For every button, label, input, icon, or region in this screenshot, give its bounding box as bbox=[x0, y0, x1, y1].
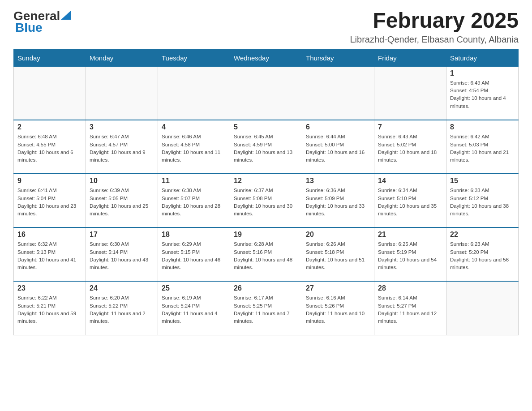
day-number: 20 bbox=[306, 231, 370, 239]
calendar-cell bbox=[302, 66, 374, 120]
day-number: 19 bbox=[234, 231, 298, 239]
calendar-title: February 2025 bbox=[350, 9, 519, 33]
day-info: Sunrise: 6:34 AMSunset: 5:10 PMDaylight:… bbox=[378, 187, 442, 218]
calendar-cell bbox=[14, 66, 86, 120]
logo-triangle-icon bbox=[61, 11, 71, 20]
day-info: Sunrise: 6:14 AMSunset: 5:27 PMDaylight:… bbox=[378, 294, 442, 325]
day-info: Sunrise: 6:28 AMSunset: 5:16 PMDaylight:… bbox=[234, 240, 298, 271]
calendar-cell: 12Sunrise: 6:37 AMSunset: 5:08 PMDayligh… bbox=[230, 174, 302, 227]
calendar-cell: 24Sunrise: 6:20 AMSunset: 5:22 PMDayligh… bbox=[86, 281, 158, 335]
day-number: 27 bbox=[306, 284, 370, 292]
day-number: 11 bbox=[162, 177, 226, 185]
day-info: Sunrise: 6:29 AMSunset: 5:15 PMDaylight:… bbox=[162, 240, 226, 271]
day-number: 23 bbox=[17, 284, 82, 292]
logo: General Blue bbox=[13, 9, 71, 35]
day-number: 8 bbox=[450, 123, 515, 131]
column-header-monday: Monday bbox=[86, 49, 158, 66]
day-number: 14 bbox=[378, 177, 442, 185]
svg-marker-0 bbox=[61, 11, 71, 20]
calendar-cell: 21Sunrise: 6:25 AMSunset: 5:19 PMDayligh… bbox=[374, 227, 446, 281]
day-info: Sunrise: 6:46 AMSunset: 4:58 PMDaylight:… bbox=[162, 133, 226, 164]
day-info: Sunrise: 6:49 AMSunset: 4:54 PMDaylight:… bbox=[450, 79, 515, 110]
calendar-cell bbox=[86, 66, 158, 120]
day-info: Sunrise: 6:22 AMSunset: 5:21 PMDaylight:… bbox=[17, 294, 82, 325]
calendar-week-row: 9Sunrise: 6:41 AMSunset: 5:04 PMDaylight… bbox=[14, 174, 519, 227]
day-info: Sunrise: 6:48 AMSunset: 4:55 PMDaylight:… bbox=[17, 133, 82, 164]
day-info: Sunrise: 6:41 AMSunset: 5:04 PMDaylight:… bbox=[17, 187, 82, 218]
calendar-cell: 18Sunrise: 6:29 AMSunset: 5:15 PMDayligh… bbox=[158, 227, 230, 281]
calendar-cell: 25Sunrise: 6:19 AMSunset: 5:24 PMDayligh… bbox=[158, 281, 230, 335]
calendar-cell: 11Sunrise: 6:38 AMSunset: 5:07 PMDayligh… bbox=[158, 174, 230, 227]
day-number: 2 bbox=[17, 123, 82, 131]
logo-blue-text: Blue bbox=[15, 21, 43, 35]
day-number: 26 bbox=[234, 284, 298, 292]
calendar-cell: 5Sunrise: 6:45 AMSunset: 4:59 PMDaylight… bbox=[230, 120, 302, 174]
day-info: Sunrise: 6:23 AMSunset: 5:20 PMDaylight:… bbox=[450, 240, 515, 271]
calendar-week-row: 16Sunrise: 6:32 AMSunset: 5:13 PMDayligh… bbox=[14, 227, 519, 281]
day-number: 1 bbox=[450, 69, 515, 77]
day-info: Sunrise: 6:26 AMSunset: 5:18 PMDaylight:… bbox=[306, 240, 370, 271]
calendar-cell: 1Sunrise: 6:49 AMSunset: 4:54 PMDaylight… bbox=[446, 66, 519, 120]
calendar-cell: 13Sunrise: 6:36 AMSunset: 5:09 PMDayligh… bbox=[302, 174, 374, 227]
column-header-wednesday: Wednesday bbox=[230, 49, 302, 66]
day-number: 18 bbox=[162, 231, 226, 239]
day-number: 22 bbox=[450, 231, 515, 239]
day-info: Sunrise: 6:32 AMSunset: 5:13 PMDaylight:… bbox=[17, 240, 82, 271]
day-number: 7 bbox=[378, 123, 442, 131]
day-number: 17 bbox=[90, 231, 154, 239]
column-header-friday: Friday bbox=[374, 49, 446, 66]
calendar-subtitle: Librazhd-Qender, Elbasan County, Albania bbox=[350, 34, 519, 45]
calendar-cell: 17Sunrise: 6:30 AMSunset: 5:14 PMDayligh… bbox=[86, 227, 158, 281]
day-info: Sunrise: 6:42 AMSunset: 5:03 PMDaylight:… bbox=[450, 133, 515, 164]
day-info: Sunrise: 6:33 AMSunset: 5:12 PMDaylight:… bbox=[450, 187, 515, 218]
column-header-saturday: Saturday bbox=[446, 49, 519, 66]
calendar-cell: 2Sunrise: 6:48 AMSunset: 4:55 PMDaylight… bbox=[14, 120, 86, 174]
day-info: Sunrise: 6:43 AMSunset: 5:02 PMDaylight:… bbox=[378, 133, 442, 164]
calendar-cell: 6Sunrise: 6:44 AMSunset: 5:00 PMDaylight… bbox=[302, 120, 374, 174]
calendar-cell: 23Sunrise: 6:22 AMSunset: 5:21 PMDayligh… bbox=[14, 281, 86, 335]
calendar-cell: 7Sunrise: 6:43 AMSunset: 5:02 PMDaylight… bbox=[374, 120, 446, 174]
day-number: 10 bbox=[90, 177, 154, 185]
day-number: 3 bbox=[90, 123, 154, 131]
calendar-cell: 26Sunrise: 6:17 AMSunset: 5:25 PMDayligh… bbox=[230, 281, 302, 335]
calendar-week-row: 2Sunrise: 6:48 AMSunset: 4:55 PMDaylight… bbox=[14, 120, 519, 174]
calendar-cell: 15Sunrise: 6:33 AMSunset: 5:12 PMDayligh… bbox=[446, 174, 519, 227]
calendar-cell: 14Sunrise: 6:34 AMSunset: 5:10 PMDayligh… bbox=[374, 174, 446, 227]
day-number: 6 bbox=[306, 123, 370, 131]
calendar-cell: 4Sunrise: 6:46 AMSunset: 4:58 PMDaylight… bbox=[158, 120, 230, 174]
day-number: 24 bbox=[90, 284, 154, 292]
calendar-header-row: SundayMondayTuesdayWednesdayThursdayFrid… bbox=[14, 49, 519, 66]
day-info: Sunrise: 6:37 AMSunset: 5:08 PMDaylight:… bbox=[234, 187, 298, 218]
day-number: 16 bbox=[17, 231, 82, 239]
calendar-cell: 8Sunrise: 6:42 AMSunset: 5:03 PMDaylight… bbox=[446, 120, 519, 174]
page-header: General Blue February 2025 Librazhd-Qend… bbox=[13, 9, 519, 45]
calendar-cell: 28Sunrise: 6:14 AMSunset: 5:27 PMDayligh… bbox=[374, 281, 446, 335]
calendar-cell: 9Sunrise: 6:41 AMSunset: 5:04 PMDaylight… bbox=[14, 174, 86, 227]
calendar-cell bbox=[158, 66, 230, 120]
calendar-cell bbox=[374, 66, 446, 120]
column-header-tuesday: Tuesday bbox=[158, 49, 230, 66]
calendar-week-row: 1Sunrise: 6:49 AMSunset: 4:54 PMDaylight… bbox=[14, 66, 519, 120]
day-info: Sunrise: 6:25 AMSunset: 5:19 PMDaylight:… bbox=[378, 240, 442, 271]
day-number: 4 bbox=[162, 123, 226, 131]
day-info: Sunrise: 6:17 AMSunset: 5:25 PMDaylight:… bbox=[234, 294, 298, 325]
calendar-cell: 3Sunrise: 6:47 AMSunset: 4:57 PMDaylight… bbox=[86, 120, 158, 174]
title-block: February 2025 Librazhd-Qender, Elbasan C… bbox=[350, 9, 519, 45]
day-info: Sunrise: 6:19 AMSunset: 5:24 PMDaylight:… bbox=[162, 294, 226, 325]
calendar-cell bbox=[230, 66, 302, 120]
day-info: Sunrise: 6:30 AMSunset: 5:14 PMDaylight:… bbox=[90, 240, 154, 271]
calendar-week-row: 23Sunrise: 6:22 AMSunset: 5:21 PMDayligh… bbox=[14, 281, 519, 335]
calendar-cell: 20Sunrise: 6:26 AMSunset: 5:18 PMDayligh… bbox=[302, 227, 374, 281]
day-info: Sunrise: 6:47 AMSunset: 4:57 PMDaylight:… bbox=[90, 133, 154, 164]
column-header-sunday: Sunday bbox=[14, 49, 86, 66]
day-number: 13 bbox=[306, 177, 370, 185]
calendar-cell bbox=[446, 281, 519, 335]
calendar-cell: 19Sunrise: 6:28 AMSunset: 5:16 PMDayligh… bbox=[230, 227, 302, 281]
day-number: 5 bbox=[234, 123, 298, 131]
day-info: Sunrise: 6:36 AMSunset: 5:09 PMDaylight:… bbox=[306, 187, 370, 218]
day-info: Sunrise: 6:16 AMSunset: 5:26 PMDaylight:… bbox=[306, 294, 370, 325]
calendar-table: SundayMondayTuesdayWednesdayThursdayFrid… bbox=[13, 49, 519, 335]
day-number: 12 bbox=[234, 177, 298, 185]
day-number: 25 bbox=[162, 284, 226, 292]
day-number: 15 bbox=[450, 177, 515, 185]
